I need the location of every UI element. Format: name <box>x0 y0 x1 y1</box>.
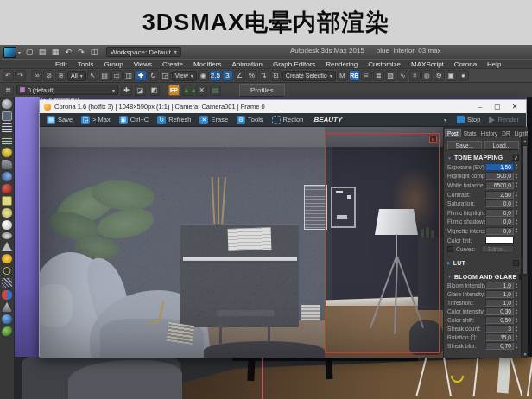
snap-25-toggle[interactable]: 2.5 <box>210 70 221 81</box>
max-logo-icon[interactable] <box>3 47 16 58</box>
photo-icon[interactable] <box>2 111 12 121</box>
layer-manager-icon[interactable]: ≣ <box>373 70 384 81</box>
menu-maxscript[interactable]: MAXScript <box>406 60 449 68</box>
named-selection-dropdown[interactable]: Create Selection Se▾ <box>282 71 336 81</box>
viewport-bottom-scene[interactable] <box>15 357 532 399</box>
select-object-icon[interactable]: ↖ <box>87 70 98 81</box>
streak-count-input[interactable]: 3 <box>485 325 514 332</box>
capsules-icon[interactable] <box>2 290 12 300</box>
tone-mapping-header[interactable]: ▼ TONE MAPPING ✓ <box>447 153 519 162</box>
foliage-icon[interactable]: ▲▲ <box>182 85 193 96</box>
berries-icon[interactable] <box>2 184 12 193</box>
cone-light-icon[interactable] <box>2 242 12 251</box>
workspace-icon[interactable]: ◫ <box>89 48 99 56</box>
saturation-input[interactable]: 0,0 <box>485 200 514 207</box>
region-close-icon[interactable]: ✕ <box>429 136 437 143</box>
menu-modifiers[interactable]: Modifiers <box>188 60 226 68</box>
use-pivot-icon[interactable]: ◉ <box>198 70 209 81</box>
vfb-to-max-button[interactable]: ◲> Max <box>78 116 114 124</box>
vfb-copy-button[interactable]: ▣Ctrl+C <box>116 116 152 124</box>
spinner[interactable]: ▲▼ <box>514 218 519 225</box>
scale-icon[interactable]: ◲ <box>160 70 171 81</box>
filmic-highlights-input[interactable]: 0,0 <box>485 209 514 217</box>
rotate-icon[interactable]: ↻ <box>148 70 159 81</box>
select-link-icon[interactable]: ∞ <box>31 70 42 81</box>
close-button[interactable]: ✕ <box>508 103 522 111</box>
leaf-icon[interactable] <box>2 326 12 336</box>
bloom-intensity-input[interactable]: 1,0 <box>485 282 514 289</box>
bind-spacewarp-icon[interactable]: ≋ <box>55 70 66 81</box>
spinner[interactable]: ▲▼ <box>514 191 519 198</box>
hatch-icon[interactable] <box>2 278 12 288</box>
color-shift-input[interactable]: 0,50 <box>485 316 514 324</box>
contrast-input[interactable]: 2,50 <box>485 191 514 199</box>
scroll-down-icon[interactable]: ▼ <box>522 351 528 358</box>
spinner[interactable]: ▲▼ <box>514 282 519 289</box>
panel-scrollbar[interactable]: ▲ ▼ <box>521 137 528 358</box>
tab-post[interactable]: Post <box>445 129 461 137</box>
rb-icon[interactable]: RB <box>349 70 360 81</box>
menu-animation[interactable]: Animation <box>226 60 268 68</box>
vignette-input[interactable]: 0,0 <box>485 227 514 235</box>
highlight-compress-input[interactable]: 500,0 <box>485 172 514 180</box>
save-file-icon[interactable]: ▦ <box>50 48 60 56</box>
window-crossing-icon[interactable]: ◫ <box>124 70 135 81</box>
percent-snap-icon[interactable]: % <box>246 70 257 81</box>
channel-dropdown-arrow[interactable]: ▾ <box>344 117 452 123</box>
scroll-up-icon[interactable]: ▲ <box>522 137 528 144</box>
spinner[interactable]: ▲▼ <box>514 334 519 341</box>
menu-rendering[interactable]: Rendering <box>320 60 363 68</box>
curve-editor-icon[interactable]: ∿ <box>397 70 408 81</box>
config-load-button[interactable]: Load... <box>484 141 519 150</box>
sphere-light-icon[interactable] <box>2 220 12 230</box>
lut-header[interactable]: ▶ LUT <box>447 258 519 268</box>
redo-icon[interactable]: ↷ <box>15 70 26 81</box>
render-production-icon[interactable]: ● <box>458 70 469 81</box>
spinner[interactable]: ▲▼ <box>514 181 519 188</box>
menu-tools[interactable]: Tools <box>73 60 99 68</box>
curves-editor-button[interactable]: Editor... <box>481 245 514 253</box>
undo-icon[interactable]: ↶ <box>3 70 14 81</box>
spinner[interactable]: ▲▼ <box>514 163 519 170</box>
spinner[interactable]: ▲▼ <box>514 200 519 207</box>
tab-history[interactable]: History <box>478 130 499 137</box>
spinner[interactable]: ▲▼ <box>514 227 519 234</box>
threshold-input[interactable]: 1,0 <box>485 299 514 307</box>
edit-named-selections-icon[interactable]: ⊡ <box>270 70 282 81</box>
schedule-list-icon[interactable]: ▤ <box>210 85 221 96</box>
spinner[interactable]: ▲▼ <box>514 308 519 315</box>
wrench-icon[interactable]: ✕ <box>196 85 207 96</box>
disc-light-icon[interactable] <box>2 232 12 239</box>
vfb-refresh-button[interactable]: ↻Refresh <box>154 116 194 124</box>
menu-create[interactable]: Create <box>157 60 188 68</box>
spinner-snap-icon[interactable]: ⇅ <box>258 70 269 81</box>
moon-icon[interactable] <box>2 172 12 181</box>
tab-lightmix[interactable]: LightMix <box>513 130 529 137</box>
active-layer-dropdown[interactable]: 0 (default) ▾ <box>16 85 118 95</box>
schematic-view-icon[interactable]: ⌗ <box>409 70 421 81</box>
add-to-layer-icon[interactable]: ◪ <box>135 85 146 96</box>
filmic-shadows-input[interactable]: 0,0 <box>485 218 514 225</box>
reference-coord-dropdown[interactable]: View▾ <box>172 71 197 81</box>
spinner[interactable]: ▲▼ <box>514 300 519 307</box>
workspace-dropdown[interactable]: Workspace: Default ▾ <box>106 47 181 57</box>
color-tint-swatch[interactable] <box>485 237 514 244</box>
vfb-tools-button[interactable]: ⚙Tools <box>233 116 267 124</box>
menu-graph-editors[interactable]: Graph Editors <box>268 60 320 68</box>
color-intensity-input[interactable]: 0,30 <box>485 307 514 315</box>
new-file-icon[interactable]: ▢ <box>24 48 35 56</box>
move-icon[interactable]: ✚ <box>136 70 147 81</box>
logo-caret-icon[interactable]: ▾ <box>18 49 21 55</box>
white-balance-input[interactable]: 6500,0 <box>485 181 514 189</box>
render-image[interactable]: ✕ <box>40 127 443 358</box>
snap-3-toggle[interactable]: 3 <box>222 70 233 81</box>
list-icon[interactable] <box>2 124 12 133</box>
vfb-save-button[interactable]: ▦Save <box>43 116 76 124</box>
fp-icon[interactable]: FP <box>168 85 180 96</box>
glare-intensity-input[interactable]: 1,0 <box>485 290 514 298</box>
undo-icon[interactable]: ↶ <box>63 48 73 56</box>
config-save-button[interactable]: Save... <box>447 141 482 150</box>
spinner[interactable]: ▲▼ <box>514 343 519 350</box>
spinner[interactable]: ▲▼ <box>514 209 519 216</box>
menu-help[interactable]: Help <box>482 60 506 68</box>
